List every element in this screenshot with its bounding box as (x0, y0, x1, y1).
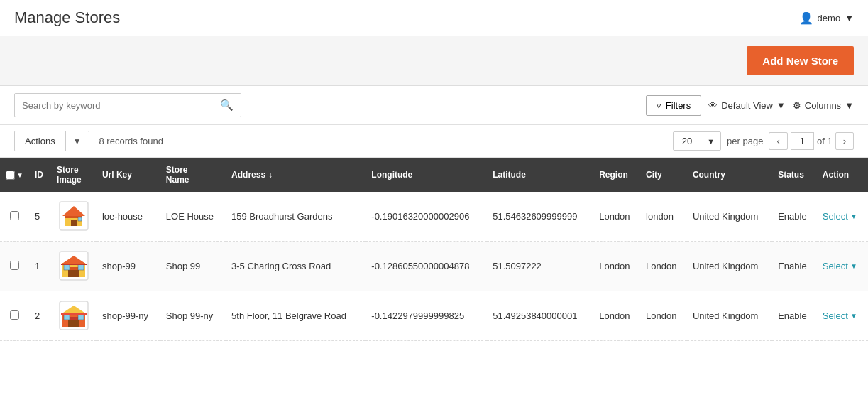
actions-dropdown: Actions ▼ (14, 131, 89, 151)
row-action: Select▼ (817, 242, 868, 291)
th-store-name: StoreName (160, 158, 226, 192)
search-filter-bar: 🔍 ▿ Filters 👁 Default View ▼ ⚙ Columns ▼ (0, 86, 868, 125)
row-id: 1 (29, 242, 51, 291)
actions-arrow[interactable]: ▼ (66, 132, 89, 151)
per-page-label: per page (727, 136, 763, 146)
row-checkbox-cell (0, 192, 29, 242)
row-address: 5th Floor, 11 Belgrave Road (226, 291, 366, 341)
select-caret: ▼ (850, 262, 857, 270)
per-page-select: 20 ▼ (673, 131, 721, 151)
row-longitude: -0.12860550000004878 (366, 242, 487, 291)
row-city: london (640, 192, 687, 242)
table-row: 5 loe-house LOE House 159 Broadhurst Gar… (0, 192, 868, 242)
row-latitude: 51.54632609999999 (487, 192, 593, 242)
row-action: Select▼ (817, 291, 868, 341)
page-title: Manage Stores (14, 9, 120, 27)
row-store-image (51, 242, 97, 291)
row-store-image (51, 291, 97, 341)
row-latitude: 51.49253840000001 (487, 291, 593, 341)
table-row: 2 shop-99-ny Shop 99-ny 5th Floor, 11 Be… (0, 291, 868, 341)
th-address[interactable]: Address ↓ (226, 158, 366, 192)
th-store-image: StoreImage (51, 158, 97, 192)
toolbar-bar: Add New Store (0, 36, 868, 86)
per-page-arrow[interactable]: ▼ (701, 134, 720, 149)
svg-rect-11 (64, 264, 70, 270)
gear-icon: ⚙ (793, 100, 801, 111)
top-header: Manage Stores 👤 demo ▼ (0, 0, 868, 36)
row-longitude: -0.1422979999999825 (366, 291, 487, 341)
row-checkbox-cell (0, 242, 29, 291)
pagination-right: 20 ▼ per page ‹ 1 of 1 › (673, 131, 854, 151)
store-thumbnail (57, 199, 91, 233)
user-menu[interactable]: 👤 demo ▼ (799, 11, 854, 25)
th-city: City (640, 158, 687, 192)
row-select-link[interactable]: Select▼ (823, 310, 862, 321)
actions-bar: Actions ▼ 8 records found 20 ▼ per page … (0, 125, 868, 158)
row-country: United Kingdom (687, 242, 772, 291)
view-caret: ▼ (776, 100, 786, 111)
row-action: Select▼ (817, 192, 868, 242)
filters-label: Filters (666, 100, 691, 111)
row-address: 3-5 Charing Cross Road (226, 242, 366, 291)
row-checkbox-cell (0, 291, 29, 341)
row-longitude: -0.19016320000002906 (366, 192, 487, 242)
row-region: London (593, 291, 640, 341)
search-box: 🔍 (14, 93, 241, 117)
filter-icon: ▿ (657, 100, 661, 111)
row-id: 2 (29, 291, 51, 341)
svg-rect-18 (68, 317, 79, 320)
table-header-row: ▼ ID StoreImage Url Key StoreName Addres… (0, 158, 868, 192)
eye-icon: 👁 (708, 100, 718, 111)
svg-rect-20 (78, 314, 84, 320)
row-country: United Kingdom (687, 192, 772, 242)
row-select-link[interactable]: Select▼ (823, 261, 862, 271)
th-region: Region (593, 158, 640, 192)
select-all-checkbox[interactable] (6, 171, 15, 180)
columns-button[interactable]: ⚙ Columns ▼ (793, 100, 854, 111)
th-action: Action (817, 158, 868, 192)
row-checkbox[interactable] (10, 261, 19, 270)
svg-rect-10 (68, 267, 79, 270)
header-checkbox-caret[interactable]: ▼ (16, 171, 23, 179)
svg-rect-12 (78, 264, 84, 270)
row-region: London (593, 192, 640, 242)
next-page-button[interactable]: › (835, 132, 854, 150)
of-pages: of 1 (817, 136, 833, 146)
row-url-key: loe-house (97, 192, 160, 242)
search-button[interactable]: 🔍 (213, 94, 241, 117)
per-page-value: 20 (674, 132, 701, 150)
add-new-store-button[interactable]: Add New Store (747, 46, 854, 75)
svg-rect-19 (64, 314, 70, 320)
row-country: United Kingdom (687, 291, 772, 341)
sort-down-icon: ↓ (268, 170, 273, 180)
table-row: 1 shop-99 Shop 99 3-5 Charing Cross Road… (0, 242, 868, 291)
select-all-checkbox-container[interactable]: ▼ (6, 171, 23, 180)
row-region: London (593, 242, 640, 291)
filter-group: ▿ Filters 👁 Default View ▼ ⚙ Columns ▼ (646, 95, 854, 116)
actions-left: Actions ▼ 8 records found (14, 131, 163, 151)
actions-label: Actions (15, 131, 66, 151)
row-checkbox[interactable] (10, 310, 19, 320)
row-store-image (51, 192, 97, 242)
row-status: Enable (772, 242, 817, 291)
prev-page-button[interactable]: ‹ (769, 132, 787, 150)
row-city: London (640, 242, 687, 291)
current-page: 1 (791, 132, 814, 150)
page-nav: ‹ 1 of 1 › (769, 132, 854, 150)
store-thumbnail (57, 249, 91, 283)
th-country: Country (687, 158, 772, 192)
view-button[interactable]: 👁 Default View ▼ (708, 100, 786, 111)
row-checkbox[interactable] (10, 211, 19, 220)
th-longitude: Longitude (366, 158, 487, 192)
columns-caret: ▼ (845, 100, 854, 111)
row-status: Enable (772, 291, 817, 341)
row-select-link[interactable]: Select▼ (823, 211, 862, 222)
view-label: Default View (721, 100, 773, 111)
search-input[interactable] (15, 95, 213, 116)
row-city: London (640, 291, 687, 341)
row-url-key: shop-99 (97, 242, 160, 291)
row-url-key: shop-99-ny (97, 291, 160, 341)
filters-button[interactable]: ▿ Filters (646, 95, 701, 116)
row-status: Enable (772, 192, 817, 242)
row-store-name: Shop 99 (160, 242, 226, 291)
